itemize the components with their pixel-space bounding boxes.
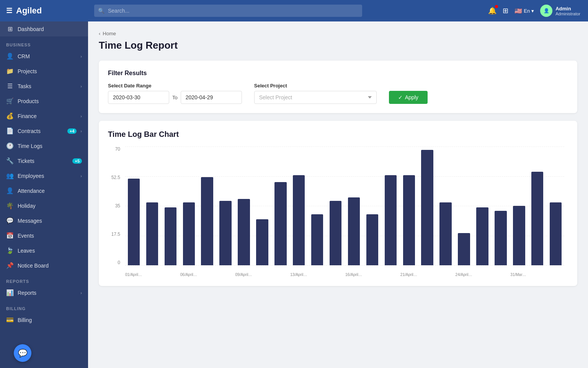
bar-3[interactable]: [183, 202, 195, 265]
sidebar-label-leaves: Leaves: [18, 248, 82, 254]
bar-2[interactable]: [165, 207, 176, 265]
apply-button[interactable]: ✓ Apply: [389, 91, 428, 104]
language-selector[interactable]: 🇺🇸 En ▾: [514, 7, 534, 15]
date-to-input[interactable]: [181, 91, 242, 104]
chat-button[interactable]: 💬: [14, 344, 31, 362]
bar-6[interactable]: [238, 199, 250, 265]
brand-logo[interactable]: ☰ Agiled: [0, 6, 88, 16]
sidebar-item-dashboard[interactable]: ⊞ Dashboard: [0, 21, 88, 36]
bar-17[interactable]: [439, 202, 451, 265]
sidebar-label-holiday: Holiday: [18, 203, 82, 209]
user-menu[interactable]: 👤 Admin Administrator: [540, 5, 580, 17]
sidebar-item-events[interactable]: 📅 Events: [0, 228, 88, 243]
bar-group-4: [199, 146, 216, 265]
bar-10[interactable]: [311, 214, 323, 265]
sidebar-item-noticeboard[interactable]: 📌 Notice Board: [0, 258, 88, 273]
bar-4[interactable]: [201, 177, 213, 265]
events-icon: 📅: [6, 232, 14, 239]
sidebar-label-timelogs: Time Logs: [18, 143, 82, 149]
bar-group-15: [400, 146, 418, 265]
sidebar-item-employees[interactable]: 👥 Employees ›: [0, 168, 88, 183]
bar-group-23: [547, 146, 564, 265]
bar-14[interactable]: [385, 175, 397, 265]
bar-7[interactable]: [256, 219, 268, 265]
bar-18[interactable]: [458, 233, 470, 265]
bar-15[interactable]: [403, 175, 415, 265]
bar-group-2: [162, 146, 179, 265]
sidebar-item-messages[interactable]: 💬 Messages: [0, 213, 88, 228]
sidebar-item-crm[interactable]: 👤 CRM ›: [0, 49, 88, 64]
bar-0[interactable]: [128, 179, 140, 265]
grid-line-bottom: [125, 265, 564, 266]
apps-icon[interactable]: ⊞: [503, 7, 508, 15]
sidebar-item-products[interactable]: 🛒 Products: [0, 94, 88, 108]
bar-11[interactable]: [330, 201, 341, 265]
dashboard-icon: ⊞: [6, 25, 14, 33]
y-label-52: 52.5: [111, 175, 120, 180]
bar-group-17: [437, 146, 454, 265]
x-label-23: [547, 273, 564, 277]
breadcrumb: ‹ Home: [99, 31, 577, 36]
user-name: Admin: [555, 6, 580, 12]
sidebar-label-tickets: Tickets: [18, 158, 69, 164]
back-arrow[interactable]: ‹: [99, 31, 100, 36]
bar-group-3: [180, 146, 198, 265]
sidebar-label-employees: Employees: [18, 173, 77, 179]
sidebar-item-tasks[interactable]: ☰ Tasks ›: [0, 79, 88, 94]
bar-21[interactable]: [513, 206, 525, 265]
chart-area: 70 52.5 35 17.5 0 01/April/2006/April/20…: [108, 146, 568, 277]
y-axis: 70 52.5 35 17.5 0: [108, 146, 123, 265]
sidebar-item-timelogs[interactable]: 🕐 Time Logs: [0, 138, 88, 153]
sidebar-label-billing: Billing: [18, 317, 82, 323]
apply-label: Apply: [405, 94, 418, 100]
contracts-icon: 📄: [6, 127, 14, 135]
page-title: Time Log Report: [99, 39, 577, 51]
search-input[interactable]: [94, 5, 362, 17]
bar-23[interactable]: [550, 202, 562, 265]
bar-19[interactable]: [476, 207, 488, 265]
sidebar-item-leaves[interactable]: 🍃 Leaves: [0, 243, 88, 258]
sidebar-item-holiday[interactable]: 🌴 Holiday: [0, 198, 88, 213]
bar-1[interactable]: [146, 202, 158, 265]
apply-group: ✓ Apply: [389, 91, 428, 104]
sidebar-item-billing[interactable]: 💳 Billing: [0, 312, 88, 327]
employees-chevron: ›: [80, 174, 82, 178]
bar-16[interactable]: [421, 150, 433, 265]
hamburger-icon[interactable]: ☰: [6, 7, 12, 15]
bar-group-12: [345, 146, 363, 265]
x-label-2: [162, 273, 179, 277]
filter-title: Filter Results: [108, 70, 568, 77]
breadcrumb-home[interactable]: Home: [103, 31, 116, 36]
bar-5[interactable]: [219, 201, 231, 265]
y-label-17: 17.5: [111, 232, 120, 237]
project-label: Select Project: [254, 83, 377, 89]
bar-13[interactable]: [366, 214, 378, 265]
flag-icon: 🇺🇸: [514, 7, 522, 15]
date-range-group: Select Date Range To: [108, 83, 242, 104]
messages-icon: 💬: [6, 217, 14, 224]
bar-20[interactable]: [495, 211, 506, 265]
project-group: Select Project Select Project: [254, 83, 377, 104]
project-select[interactable]: Select Project: [254, 91, 377, 104]
bar-8[interactable]: [274, 182, 286, 265]
x-label-18: 24/April/20: [456, 273, 473, 277]
sidebar-item-tickets[interactable]: 🔧 Tickets +5: [0, 153, 88, 168]
bar-group-5: [217, 146, 234, 265]
sidebar-item-reports[interactable]: 📊 Reports ›: [0, 285, 88, 300]
sidebar-item-projects[interactable]: 📁 Projects: [0, 64, 88, 79]
date-from-input[interactable]: [108, 91, 169, 104]
reports-icon: 📊: [6, 289, 14, 296]
bar-group-20: [492, 146, 509, 265]
sidebar-item-finance[interactable]: 💰 Finance ›: [0, 108, 88, 123]
notification-icon[interactable]: 🔔: [488, 7, 497, 15]
sidebar-item-attendance[interactable]: 👤 Attendance: [0, 183, 88, 198]
filter-row: Select Date Range To Select Project Sele…: [108, 83, 568, 104]
header-actions: 🔔 ⊞ 🇺🇸 En ▾ 👤 Admin Administrator: [488, 5, 588, 17]
bar-22[interactable]: [531, 172, 543, 265]
x-label-16: [419, 273, 436, 277]
bar-group-19: [474, 146, 491, 265]
bar-9[interactable]: [293, 175, 305, 265]
bar-12[interactable]: [348, 197, 360, 265]
x-label-21: 31/March/20: [510, 273, 528, 277]
sidebar-item-contracts[interactable]: 📄 Contracts +4 ›: [0, 123, 88, 138]
